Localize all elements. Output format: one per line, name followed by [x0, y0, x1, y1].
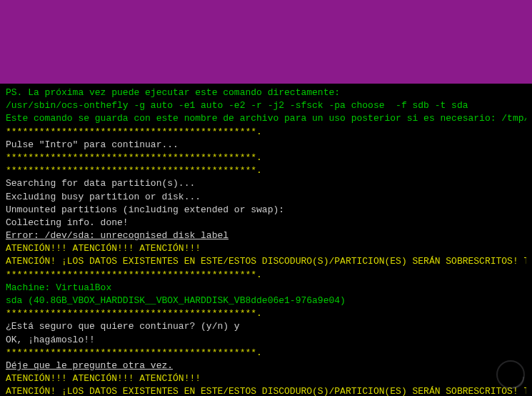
terminal-line: Machine: VirtualBox [6, 282, 526, 294]
terminal-line: ****************************************… [6, 152, 526, 164]
terminal-line: ****************************************… [6, 347, 526, 360]
terminal-line: ATENCIÓN! ¡LOS DATOS EXISTENTES EN ESTE/… [6, 385, 526, 396]
terminal-line: Searching for data partition(s)... [6, 177, 526, 190]
terminal-line: PS. La próxima vez puede ejecutar este c… [6, 86, 526, 99]
terminal-line: ATENCIÓN!!! ATENCIÓN!!! ATENCIÓN!!! [6, 242, 526, 255]
terminal-line: OK, ¡hagámoslo!! [6, 334, 526, 347]
terminal-line: Déje que le pregunte otra vez. [6, 360, 526, 372]
terminal-line: Collecting info. done! [6, 217, 526, 229]
terminal-line: Excluding busy partition or disk... [6, 191, 526, 204]
terminal-output[interactable]: PS. La próxima vez puede ejecutar este c… [0, 84, 532, 396]
terminal-line: sda (40.8GB_VBOX_HARDDISK__VBOX_HARDDISK… [6, 294, 526, 307]
watermark-icon [496, 360, 525, 389]
terminal-line: ****************************************… [6, 269, 526, 282]
terminal-line: ATENCIÓN! ¡LOS DATOS EXISTENTES EN ESTE/… [6, 255, 526, 268]
terminal-line: ****************************************… [6, 164, 526, 177]
terminal-line: Este comando se guarda con este nombre d… [6, 112, 526, 125]
header-banner [0, 0, 532, 84]
terminal-line: ****************************************… [6, 307, 526, 320]
terminal-line: Error: /dev/sda: unrecognised disk label [6, 229, 526, 242]
terminal-line: /usr/sbin/ocs-onthefly -g auto -e1 auto … [6, 99, 526, 112]
terminal-line: Pulse "Intro" para continuar... [6, 139, 526, 152]
terminal-line: ****************************************… [6, 126, 526, 139]
terminal-line: ATENCIÓN!!! ATENCIÓN!!! ATENCIÓN!!! [6, 372, 526, 385]
terminal-line: Unmounted partitions (including extended… [6, 204, 526, 217]
terminal-line: ¿Está seguro que quiere continuar? (y/n)… [6, 320, 526, 333]
